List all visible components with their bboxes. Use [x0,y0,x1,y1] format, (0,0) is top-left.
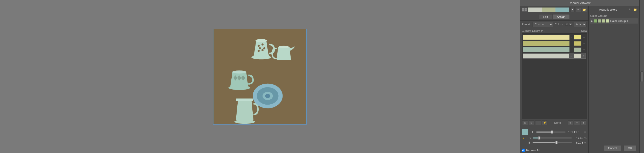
dialog-bottom-buttons: Cancel OK [589,143,639,153]
tool-btn-7[interactable]: ◈ [581,120,586,125]
color-group-name: Color Group 1 [610,19,636,23]
current-color-2[interactable] [523,41,569,46]
h-label: H [532,130,535,134]
hsb-b-row: B 60.78 % [522,141,587,144]
table-row: → ≡ [523,41,586,46]
tool-btn-4[interactable]: ⚡ [542,120,547,125]
canvas-area [0,0,520,153]
grid-view-button[interactable] [522,7,527,12]
ok-button[interactable]: OK [623,145,636,151]
dialog-titlebar: Recolor Artwork [520,0,639,6]
current-color-4[interactable] [523,54,569,58]
folder-button[interactable]: 📁 [633,7,638,12]
tab-assign[interactable]: Assign [552,14,570,19]
new-color-4[interactable] [573,54,581,58]
pencil-icon-btn[interactable]: ✎ [576,7,581,12]
arrow-icon: → [570,36,573,39]
group-swatches [594,19,609,23]
svg-rect-18 [236,98,253,101]
svg-point-8 [279,46,289,48]
color-group-item[interactable]: ▶ Color Group 1 [590,18,638,24]
row-menu-4[interactable]: ≡ [582,54,586,58]
current-color-3[interactable] [523,47,569,52]
svg-point-2 [261,43,264,45]
b-unit: % [584,141,587,144]
artwork-colors-label: Artwork colors [590,8,626,11]
hsb-s-row: 🔒 S 17.42 % [522,136,587,140]
row-menu-1[interactable]: ≡ [582,35,586,39]
svg-point-13 [229,85,250,90]
svg-point-7 [251,55,271,59]
collapse-handle[interactable] [640,71,643,82]
s-slider[interactable] [533,136,572,140]
none-label: None [553,121,562,125]
b-slider-thumb[interactable] [555,141,558,144]
table-row: → ≡ [523,34,586,40]
colors-select[interactable]: Auto [574,22,587,27]
s-lock-icon[interactable]: 🔒 [522,136,525,140]
folder-icon-btn[interactable]: 📁 [582,7,587,12]
recolor-dialog: Recolor Artwork ▼ ✎ 📁 [520,0,639,153]
arrow-icon: → [570,55,573,57]
s-label: S [529,136,532,140]
h-slider-thumb[interactable] [551,130,553,134]
arrow-icon: → [570,48,573,51]
hsb-swatch [522,129,528,135]
recolor-label: Recolor Art [526,149,540,152]
svg-point-17 [265,94,270,98]
toolbar-left: ⊞ ⊟ ↕ ⚡ [522,120,547,125]
b-value: 60.78 [573,141,583,144]
current-color-1[interactable] [523,35,569,40]
new-color-1[interactable] [574,35,581,40]
preset-select[interactable]: Custom [532,22,553,27]
color-rows: → ≡ → ≡ → [522,33,587,119]
tool-btn-5[interactable]: ⊞ [568,120,573,125]
dialog-title: Recolor Artwork [569,1,591,5]
table-row: → ≡ [523,47,586,53]
b-slider[interactable] [533,141,572,144]
tool-btn-2[interactable]: ⊟ [529,120,534,125]
cancel-button[interactable]: Cancel [604,145,621,151]
swatches-dropdown[interactable]: ▼ [571,7,575,12]
recolor-checkbox[interactable] [522,149,525,152]
svg-point-1 [258,45,260,47]
tool-btn-1[interactable]: ⊞ [522,120,528,125]
right-spacer [589,24,639,143]
row-menu-3[interactable]: ≡ [582,48,586,52]
current-colors-label: Current Colors (4) [522,29,545,32]
swatch-segment-2 [542,8,556,12]
group-swatch-1 [594,19,598,23]
toolbar-right: ⊞ ≡ ◈ [568,120,586,125]
svg-point-9 [232,70,246,74]
tool-btn-3[interactable]: ↕ [535,120,541,125]
s-unit: % [584,137,587,140]
color-list-area: Current Colors (4) New → ≡ → [520,28,588,127]
h-slider-fill [536,132,552,133]
s-slider-thumb[interactable] [538,136,540,140]
new-color-2[interactable] [574,41,581,46]
tab-edit[interactable]: Edit [539,14,552,19]
color-list-header: Current Colors (4) New [522,29,587,32]
tab-row: Edit Assign [520,13,588,21]
dialog-left-panel: ▼ ✎ 📁 Edit Assign Preset: Custom Colors: [520,6,589,153]
swatch-segment-1 [528,8,542,12]
hsb-h-row: H 191.11 ° - ≡ [522,129,587,135]
group-expand-icon: ▶ [591,20,593,22]
pencil-button[interactable]: ✎ [627,7,632,12]
new-color-3[interactable] [574,47,581,52]
tool-btn-6[interactable]: ≡ [574,120,580,125]
colors-stepper: ▲ ▼ [565,23,572,26]
svg-point-5 [261,49,264,51]
row-menu-2[interactable]: ≡ [582,42,586,45]
hsb-section: H 191.11 ° - ≡ 🔒 S [520,127,588,147]
top-icons: ✎ 📁 [576,7,587,12]
h-value: 191.11 [567,130,577,134]
stepper-up[interactable]: ▲ [565,23,568,26]
svg-point-3 [263,47,265,49]
color-bar-row: ▼ ✎ 📁 [520,6,588,13]
colors-label: Colors: [555,23,564,26]
stepper-down[interactable]: ▼ [569,23,572,26]
b-slider-track [533,142,572,143]
h-slider[interactable] [536,130,566,134]
color-groups-label: Color Groups [589,13,639,18]
